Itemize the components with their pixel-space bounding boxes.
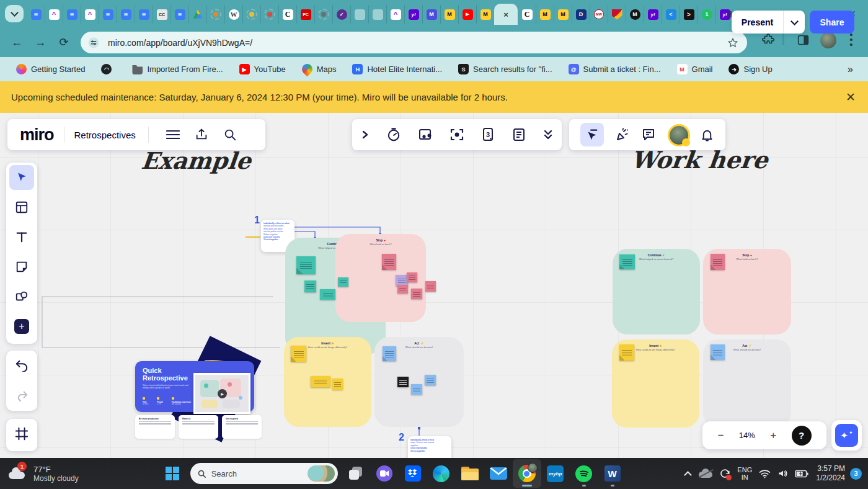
sticky-note-red[interactable]: [425, 281, 436, 292]
bookmark-getting-started[interactable]: Getting Started: [16, 64, 85, 74]
tab-clickup[interactable]: ^: [45, 5, 63, 24]
sticky-note-teal[interactable]: [304, 280, 316, 292]
sticky-note-black[interactable]: [397, 377, 409, 387]
sticky-note-red[interactable]: [407, 272, 417, 282]
bookmark-youtube[interactable]: ▶YouTube: [239, 64, 286, 74]
select-tool[interactable]: [6, 163, 37, 192]
search-highlight-image[interactable]: [308, 465, 335, 482]
onedrive-paused-icon[interactable]: [697, 469, 715, 478]
site-settings-icon[interactable]: [88, 37, 99, 48]
url-text[interactable]: miro.com/app/board/uXjVN9hDwgA=/: [108, 38, 727, 48]
tab-black-m[interactable]: M: [626, 5, 644, 24]
tab-black-arrow[interactable]: >: [680, 5, 698, 24]
side-panel-icon[interactable]: [797, 34, 810, 47]
share-button[interactable]: Share: [810, 11, 854, 34]
weather-widget[interactable]: 1 77°F Mostly cloudy: [7, 464, 79, 483]
tab-google-docs[interactable]: ≡: [135, 5, 153, 24]
tab-share-site[interactable]: <: [662, 5, 680, 24]
step-2-number[interactable]: 2: [399, 432, 404, 443]
bookmark-hotel[interactable]: HHotel Elite Internati...: [352, 64, 442, 74]
tab-search-button[interactable]: [5, 5, 24, 22]
miro-logo[interactable]: miro: [20, 125, 54, 145]
tab-miro[interactable]: M: [554, 5, 572, 24]
notification-badge[interactable]: 3: [850, 468, 862, 480]
bookmark-maps[interactable]: Maps: [302, 64, 337, 74]
edge-icon[interactable]: [427, 459, 456, 488]
chrome-menu-icon[interactable]: •••: [847, 32, 856, 47]
sticky-note-red[interactable]: [382, 254, 396, 270]
tab-miro[interactable]: M: [536, 5, 554, 24]
tab-miro[interactable]: M: [440, 5, 458, 24]
sticky-note-tool[interactable]: [6, 252, 37, 282]
help-button[interactable]: ?: [792, 426, 812, 446]
tab-blank[interactable]: [350, 5, 368, 24]
main-menu-icon[interactable]: [159, 130, 187, 140]
frames-tool[interactable]: [6, 419, 37, 449]
miro-canvas[interactable]: Example Work here QuickRetrospective Tak…: [0, 113, 868, 458]
expand-toolbar-icon[interactable]: [361, 130, 370, 139]
language-indicator[interactable]: ENGIN: [734, 466, 755, 481]
sticky-note-blue[interactable]: [383, 346, 396, 361]
tab-purple-shield[interactable]: ✓: [332, 5, 350, 24]
follow-cursor-button[interactable]: [580, 123, 604, 146]
sticky-note-blue[interactable]: [411, 384, 422, 395]
bookmark-globe[interactable]: ◠: [101, 64, 116, 74]
sticky-note-yellow[interactable]: [619, 344, 634, 361]
sticky-note-blue[interactable]: [425, 375, 436, 385]
undo-button[interactable]: [6, 351, 37, 380]
promo-video-thumbnail[interactable]: ▶: [193, 373, 250, 414]
ai-assist-button[interactable]: ✦✦: [835, 424, 858, 447]
sticky-note-blue[interactable]: [711, 344, 725, 360]
tab-clickup[interactable]: ^: [81, 5, 99, 24]
tab-google-docs[interactable]: ≡: [63, 5, 81, 24]
file-explorer-icon[interactable]: [456, 459, 484, 488]
sticky-note-teal[interactable]: [338, 277, 348, 287]
sticky-note-teal[interactable]: [296, 256, 316, 274]
start-button[interactable]: [158, 459, 187, 488]
back-button[interactable]: ←: [5, 36, 29, 49]
tab-clickup[interactable]: ^: [386, 5, 404, 24]
banner-close-icon[interactable]: ✕: [846, 90, 856, 104]
timer-icon[interactable]: [386, 127, 401, 142]
shapes-tool[interactable]: [6, 282, 37, 312]
collapse-tools-icon[interactable]: [543, 129, 553, 140]
battery-icon[interactable]: [792, 470, 811, 478]
tab-blank[interactable]: [368, 5, 386, 24]
user-avatar[interactable]: ⚡: [668, 124, 689, 145]
sticky-note-red[interactable]: [711, 254, 725, 270]
tab-google-docs[interactable]: ≡: [170, 5, 188, 24]
tab-loading-gray[interactable]: [314, 5, 332, 24]
step-1-number[interactable]: 1: [254, 215, 260, 226]
profile-avatar[interactable]: [820, 32, 836, 48]
sticky-note-yellow[interactable]: [311, 376, 330, 387]
chat-app-icon[interactable]: [370, 459, 399, 488]
myhp-icon[interactable]: myhp: [541, 459, 570, 488]
notes-icon[interactable]: [512, 127, 526, 142]
tab-wordpress[interactable]: W: [224, 5, 242, 24]
bookmarks-overflow[interactable]: »: [848, 64, 853, 75]
templates-tool[interactable]: [6, 192, 37, 222]
tab-google-drive[interactable]: [188, 5, 206, 24]
tab-miro[interactable]: M: [476, 5, 494, 24]
search-icon[interactable]: [216, 128, 244, 141]
zoom-in-button[interactable]: +: [770, 429, 776, 442]
notifications-bell-icon[interactable]: [700, 128, 714, 142]
reload-button[interactable]: ⟳: [52, 35, 76, 49]
zoom-out-button[interactable]: −: [717, 429, 724, 442]
board-title[interactable]: Retrospectives: [74, 130, 136, 140]
tab-yahoo[interactable]: y!: [644, 5, 662, 24]
forward-button[interactable]: →: [29, 36, 52, 49]
wifi-icon[interactable]: [755, 469, 774, 478]
tab-calendly[interactable]: C: [518, 5, 536, 24]
sticky-note-red[interactable]: [411, 289, 422, 299]
mail-icon[interactable]: [484, 459, 513, 488]
tab-loading-yellow[interactable]: [242, 5, 260, 24]
text-tool[interactable]: [6, 222, 37, 252]
tab-google-docs[interactable]: ≡: [117, 5, 135, 24]
present-button[interactable]: Present: [732, 17, 783, 27]
tab-pcmag[interactable]: PC: [296, 5, 314, 24]
tab-youtube[interactable]: ▶: [458, 5, 476, 24]
sticky-note-red[interactable]: [397, 285, 408, 294]
tab-closed-captions[interactable]: CC: [153, 5, 170, 24]
more-tools-button[interactable]: +: [6, 312, 37, 341]
